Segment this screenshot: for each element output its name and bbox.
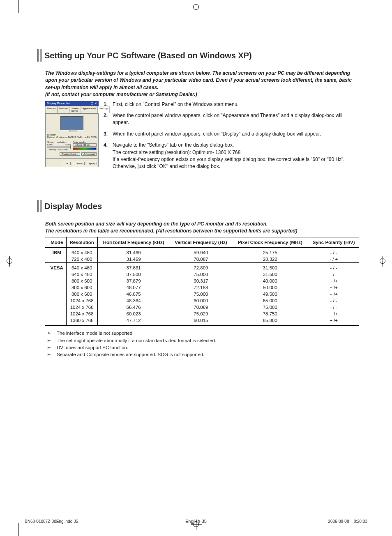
step-text: When the control panel window appears, c… [113, 131, 321, 137]
step-text: When the control panel window appears, c… [113, 113, 342, 125]
table-cell: - / - [308, 304, 359, 311]
arrow-icon: ➣ [45, 344, 53, 351]
table-cell: 800 x 600 [66, 278, 97, 284]
footer-date: 2006-08-08 [328, 519, 349, 524]
th-syncpol: Sync Polarity (H/V) [308, 237, 359, 248]
arrow-icon: ➣ [45, 337, 53, 344]
table-cell: - / - [308, 263, 359, 271]
footer-doc-id: BN68-01007Z-00Eng.indd 35 [25, 519, 78, 524]
arrow-icon: ➣ [45, 351, 53, 358]
note-item: ➣Separate and Composite modes are suppor… [45, 351, 359, 358]
window-title: Display Properties [47, 102, 70, 105]
table-row: 800 x 60048.07772.18850.000+ /+ [45, 284, 359, 291]
table-row: 1024 x 76860.02375.02978.750+ /+ [45, 311, 359, 317]
display-device-text: Default Monitor on NVIDIA GeForce FX 520… [47, 136, 97, 138]
table-cell: 59.940 [170, 248, 232, 256]
table-cell: 1360 x 768 [66, 317, 97, 326]
table-cell: 46.875 [97, 291, 170, 297]
th-pixelclock: Pixel Clock Frequency (MHz) [232, 237, 308, 248]
table-cell: 50.000 [232, 284, 308, 291]
table-cell: 70.069 [170, 304, 232, 311]
res-value: 1360 by 768 pixels [47, 148, 71, 151]
step-2: When the control panel window appears, c… [104, 112, 359, 127]
title-text: Display Modes [44, 202, 102, 211]
table-cell: 70.087 [170, 256, 232, 263]
table-cell [45, 278, 66, 284]
table-cell: 60.317 [170, 278, 232, 284]
table-cell: + /+ [308, 311, 359, 317]
table-cell: 37.500 [97, 271, 170, 278]
slider-less: Less [47, 143, 53, 146]
table-cell: 720 x 400 [66, 256, 97, 263]
table-cell: 40.000 [232, 278, 308, 284]
section-title-pc-software: Setting up Your PC Software (Based on Wi… [40, 49, 359, 62]
step-text: First, click on "Control Panel" on the W… [113, 101, 239, 107]
table-cell: 56.476 [97, 304, 170, 311]
table-row: 640 x 48037.50075.00031.500- / - [45, 271, 359, 278]
registration-mark-icon [380, 258, 385, 264]
table-row: IBM640 x 48031.46959.94025.175- / - [45, 248, 359, 256]
th-vfreq: Vertical Frequency (Hz) [170, 237, 232, 248]
table-row: 800 x 60046.87575.00049.500+ /+ [45, 291, 359, 297]
table-cell: + /+ [308, 291, 359, 297]
table-cell: + /+ [308, 317, 359, 326]
table-cell: 48.364 [97, 297, 170, 304]
btn-apply: Apply [87, 162, 97, 165]
btn-troubleshoot: Troubleshoot... [60, 152, 80, 156]
tab-themes: Themes [45, 106, 58, 113]
setup-steps: First, click on "Control Panel" on the W… [104, 101, 359, 175]
table-cell [45, 256, 66, 263]
crop-rule [368, 523, 368, 536]
step-text: Navigate to the "Settings" tab on the di… [113, 142, 234, 148]
table-cell: 1024 x 768 [66, 297, 97, 304]
table-row: 720 x 40031.46970.08728.322- / + [45, 256, 359, 263]
table-cell: IBM [45, 248, 66, 256]
th-hfreq: Horizontal Frequency (kHz) [97, 237, 170, 248]
table-cell: 85.800 [232, 317, 308, 326]
table-cell: 28.322 [232, 256, 308, 263]
table-cell: 75.000 [170, 271, 232, 278]
table-cell: 49.500 [232, 291, 308, 297]
tab-desktop: Desktop [58, 106, 70, 113]
table-cell: 37.879 [97, 278, 170, 284]
table-cell: - / - [308, 248, 359, 256]
tab-bar: Themes Desktop Screen Saver Appearance S… [45, 106, 99, 113]
table-row: 1024 x 76856.47670.06975.000- / - [45, 304, 359, 311]
table-cell: + /+ [308, 278, 359, 284]
table-cell [45, 304, 66, 311]
table-cell: 31.500 [232, 263, 308, 271]
table-cell: 48.077 [97, 284, 170, 291]
section-title-display-modes: Display Modes [40, 200, 359, 212]
notes-list: ➣The interface mode is not supported.➣Th… [45, 330, 359, 358]
color-gradient-icon [73, 147, 97, 150]
registration-mark-icon [7, 258, 12, 264]
btn-cancel: Cancel [73, 162, 85, 165]
window-buttons-icon: ▢ ✕ [91, 102, 97, 105]
table-cell: 75.029 [170, 311, 232, 317]
table-cell: 31.469 [97, 256, 170, 263]
table-cell: 25.175 [232, 248, 308, 256]
crop-rule [18, 523, 18, 536]
table-cell: 60.023 [97, 311, 170, 317]
table-cell: VESA [45, 263, 66, 271]
step-subtext: The correct size setting (resolution): O… [113, 149, 359, 156]
step-subtext: If a vertical-frequency option exists on… [113, 156, 359, 170]
table-cell: - / - [308, 297, 359, 304]
step-4: Navigate to the "Settings" tab on the di… [104, 142, 359, 170]
table-cell: 60.000 [170, 297, 232, 304]
color-value: Highest (32 bit) [73, 143, 97, 147]
table-cell [45, 317, 66, 326]
note-item: ➣The set might operate abnormally if a n… [45, 337, 359, 344]
th-resolution: Resolution [66, 237, 97, 248]
table-cell [45, 297, 66, 304]
table-cell [45, 271, 66, 278]
display-modes-table: Mode Resolution Horizontal Frequency (kH… [45, 237, 359, 326]
display-properties-screenshot: Display Properties ▢ ✕ Themes Desktop Sc… [45, 101, 99, 175]
btn-ok: OK [63, 162, 71, 165]
table-cell: 31.469 [97, 248, 170, 256]
table-cell: 60.015 [170, 317, 232, 326]
table-cell: 75.000 [232, 304, 308, 311]
table-cell: 72.809 [170, 263, 232, 271]
table-row: 800 x 60037.87960.31740.000+ /+ [45, 278, 359, 284]
monitor-preview-icon [60, 116, 83, 130]
